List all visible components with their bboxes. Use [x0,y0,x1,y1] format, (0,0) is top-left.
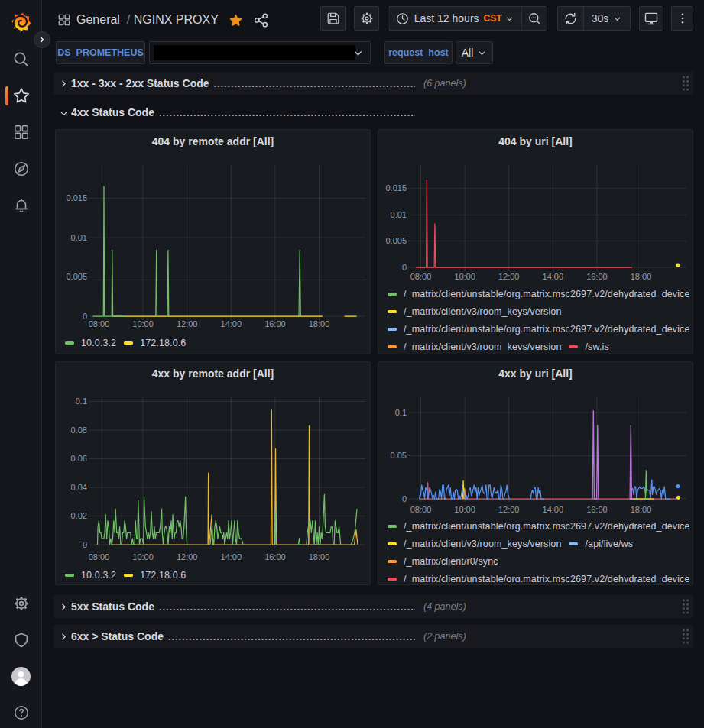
svg-text:0.06: 0.06 [71,454,87,463]
svg-text:08:00: 08:00 [89,319,110,328]
svg-text:16:00: 16:00 [264,319,286,328]
svg-text:0.01: 0.01 [391,210,407,219]
svg-text:0.02: 0.02 [71,511,87,520]
svg-text:12:00: 12:00 [498,505,520,514]
svg-text:14:00: 14:00 [221,552,242,561]
svg-text:0.04: 0.04 [71,483,87,492]
svg-text:10:00: 10:00 [132,319,154,328]
svg-text:18:00: 18:00 [631,272,652,281]
svg-text:08:00: 08:00 [89,552,110,561]
svg-text:0: 0 [402,263,407,272]
svg-text:12:00: 12:00 [498,272,520,281]
svg-text:0.01: 0.01 [71,233,87,242]
svg-text:10:00: 10:00 [132,552,154,561]
svg-text:0.1: 0.1 [395,408,407,417]
svg-text:10:00: 10:00 [454,505,475,514]
svg-text:0: 0 [83,312,87,321]
svg-text:14:00: 14:00 [221,319,242,328]
svg-text:12:00: 12:00 [177,319,198,328]
svg-text:16:00: 16:00 [264,552,286,561]
svg-text:08:00: 08:00 [410,505,432,514]
svg-text:16:00: 16:00 [586,272,608,281]
svg-text:14:00: 14:00 [543,505,564,514]
svg-text:10:00: 10:00 [454,272,475,281]
svg-text:08:00: 08:00 [410,272,432,281]
svg-text:16:00: 16:00 [586,505,608,514]
svg-text:0.1: 0.1 [76,396,87,406]
svg-text:18:00: 18:00 [631,505,652,514]
svg-text:12:00: 12:00 [177,552,198,561]
svg-text:14:00: 14:00 [543,272,564,281]
svg-text:18:00: 18:00 [309,319,330,328]
svg-text:0.08: 0.08 [71,425,87,435]
svg-text:0.015: 0.015 [66,193,87,202]
svg-text:0.005: 0.005 [385,236,407,245]
svg-text:0: 0 [83,540,87,549]
svg-text:0.05: 0.05 [391,451,407,460]
svg-text:18:00: 18:00 [309,552,330,561]
svg-text:0: 0 [402,494,407,503]
svg-text:0.015: 0.015 [385,183,407,193]
svg-text:0.005: 0.005 [66,272,87,281]
